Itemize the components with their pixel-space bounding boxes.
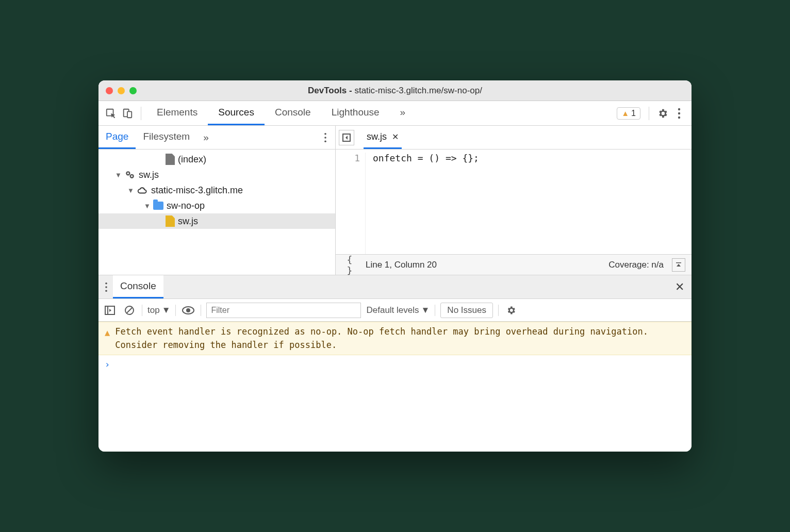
- tree-label: sw-no-op: [167, 201, 205, 211]
- tree-label: sw.js: [139, 170, 159, 180]
- expand-arrow-icon[interactable]: ▼: [144, 202, 150, 210]
- levels-label: Default levels: [366, 305, 419, 315]
- drawer-tab-console[interactable]: Console: [113, 275, 163, 298]
- console-toolbar: top ▼ Default levels ▼ No Issues: [98, 299, 692, 322]
- separator: [141, 107, 141, 120]
- tree-label: static-misc-3.glitch.me: [151, 185, 243, 196]
- code-editor[interactable]: 1 onfetch = () => {};: [336, 149, 692, 254]
- tab-lighthouse[interactable]: Lighthouse: [321, 101, 390, 125]
- svg-rect-2: [127, 111, 131, 118]
- warning-icon: ▲: [621, 109, 629, 118]
- maximize-window-button[interactable]: [129, 87, 137, 94]
- cloud-icon: [137, 186, 148, 195]
- main-toolbar: Elements Sources Console Lighthouse » ▲ …: [98, 101, 692, 126]
- editor-tab[interactable]: sw.js ✕: [364, 126, 402, 149]
- tab-filesystem[interactable]: Filesystem: [136, 126, 197, 149]
- pretty-print-icon[interactable]: { }: [342, 254, 357, 276]
- issues-label: No Issues: [447, 305, 486, 315]
- live-expression-icon[interactable]: [181, 303, 195, 318]
- tree-item-index[interactable]: (index): [98, 152, 335, 167]
- drawer-tab-bar: Console ✕: [98, 275, 692, 299]
- separator: [498, 305, 499, 316]
- tree-item-folder[interactable]: ▼ sw-no-op: [98, 198, 335, 213]
- drawer-more-icon[interactable]: [103, 282, 113, 292]
- cursor-position: Line 1, Column 20: [366, 260, 437, 270]
- minimize-window-button[interactable]: [118, 87, 125, 94]
- console-output[interactable]: ▲ Fetch event handler is recognized as n…: [98, 322, 692, 452]
- file-icon: [166, 154, 175, 165]
- separator: [201, 305, 201, 316]
- tab-console[interactable]: Console: [265, 101, 321, 125]
- svg-point-12: [131, 175, 133, 177]
- dropdown-icon: ▼: [162, 305, 171, 315]
- console-drawer: Console ✕ top ▼ Default levels ▼: [98, 275, 692, 452]
- show-sidebar-icon[interactable]: [103, 303, 117, 318]
- tabs-overflow[interactable]: »: [390, 101, 416, 125]
- line-gutter: 1: [336, 153, 366, 254]
- traffic-lights: [98, 87, 137, 94]
- file-tree[interactable]: (index) ▼ sw.js ▼ static-misc-3.glitch.m…: [98, 149, 335, 275]
- title-path: static-misc-3.glitch.me/sw-no-op/: [354, 86, 482, 95]
- separator: [142, 305, 142, 316]
- navigator-tabs-overflow[interactable]: »: [197, 132, 215, 143]
- navigate-back-icon[interactable]: [339, 130, 354, 145]
- tree-item-service-worker[interactable]: ▼ sw.js: [98, 167, 335, 182]
- editor-tab-bar: sw.js ✕: [336, 126, 692, 149]
- editor-status-bar: { } Line 1, Column 20 Coverage: n/a: [336, 254, 692, 275]
- console-settings-gear-icon[interactable]: [504, 303, 518, 318]
- tree-item-file[interactable]: sw.js: [98, 213, 335, 229]
- svg-point-8: [324, 140, 326, 142]
- title-bar: DevTools - static-misc-3.glitch.me/sw-no…: [98, 80, 692, 101]
- expand-arrow-icon[interactable]: ▼: [115, 171, 121, 179]
- console-prompt[interactable]: ›: [98, 355, 692, 374]
- svg-point-5: [678, 116, 680, 118]
- folder-icon: [153, 202, 163, 210]
- more-menu-icon[interactable]: [671, 105, 687, 122]
- console-warning-message[interactable]: ▲ Fetch event handler is recognized as n…: [98, 322, 692, 355]
- tab-page[interactable]: Page: [98, 126, 136, 149]
- close-drawer-icon[interactable]: ✕: [672, 280, 687, 294]
- code-line: onfetch = () => {};: [366, 153, 479, 254]
- inspect-element-icon[interactable]: [103, 105, 119, 122]
- log-levels-selector[interactable]: Default levels ▼: [366, 305, 430, 315]
- gears-icon: [124, 169, 136, 180]
- title-prefix: DevTools -: [308, 86, 354, 95]
- tree-item-domain[interactable]: ▼ static-misc-3.glitch.me: [98, 182, 335, 198]
- devtools-window: DevTools - static-misc-3.glitch.me/sw-no…: [98, 80, 692, 452]
- prompt-chevron-icon: ›: [105, 359, 110, 370]
- navigator-tabs: Page Filesystem »: [98, 126, 335, 149]
- close-window-button[interactable]: [106, 87, 113, 94]
- context-selector[interactable]: top ▼: [147, 305, 170, 315]
- svg-point-6: [324, 132, 326, 135]
- separator: [175, 305, 176, 316]
- svg-point-4: [678, 112, 680, 114]
- clear-console-icon[interactable]: [122, 303, 137, 318]
- svg-point-3: [678, 108, 680, 110]
- filter-input[interactable]: [206, 303, 361, 318]
- editor-panel: sw.js ✕ 1 onfetch = () => {}; { } Line 1…: [336, 126, 692, 275]
- issues-button[interactable]: No Issues: [440, 303, 493, 318]
- separator: [649, 107, 649, 120]
- svg-point-17: [105, 290, 107, 292]
- warning-count: 1: [631, 109, 636, 118]
- warning-icon: ▲: [105, 325, 110, 352]
- line-number: 1: [336, 153, 360, 163]
- tab-elements[interactable]: Elements: [146, 101, 208, 125]
- svg-point-16: [105, 286, 107, 288]
- warning-text: Fetch event handler is recognized as no-…: [115, 325, 685, 352]
- tab-sources[interactable]: Sources: [208, 101, 265, 125]
- warnings-badge[interactable]: ▲ 1: [617, 107, 640, 120]
- svg-rect-14: [676, 262, 681, 263]
- expand-up-icon[interactable]: [672, 258, 685, 272]
- navigator-more-icon[interactable]: [318, 132, 333, 143]
- sources-content: Page Filesystem » (index) ▼ sw.js: [98, 126, 692, 275]
- tree-label: sw.js: [178, 216, 198, 227]
- device-toggle-icon[interactable]: [119, 105, 136, 122]
- svg-point-11: [127, 173, 129, 174]
- close-tab-icon[interactable]: ✕: [392, 132, 399, 142]
- js-file-icon: [166, 215, 175, 227]
- context-label: top: [147, 305, 160, 315]
- tree-label: (index): [178, 154, 206, 165]
- expand-arrow-icon[interactable]: ▼: [127, 187, 134, 194]
- settings-gear-icon[interactable]: [654, 105, 671, 122]
